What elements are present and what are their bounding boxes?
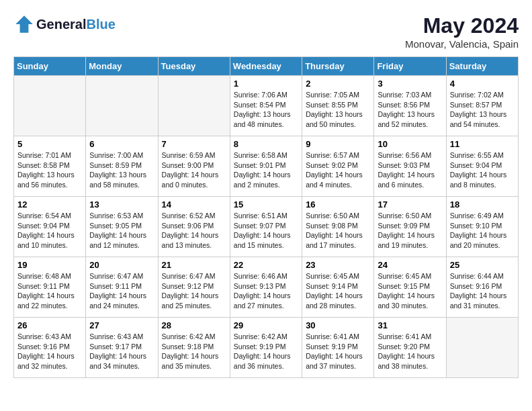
weekday-header-cell: Sunday (14, 57, 86, 76)
calendar-day-cell: 28Sunrise: 6:42 AMSunset: 9:18 PMDayligh… (158, 318, 230, 378)
day-info: Sunrise: 6:43 AMSunset: 9:16 PMDaylight:… (17, 332, 82, 371)
day-info: Sunrise: 6:42 AMSunset: 9:18 PMDaylight:… (162, 332, 226, 371)
calendar-day-cell: 2Sunrise: 7:05 AMSunset: 8:55 PMDaylight… (302, 76, 374, 136)
day-info: Sunrise: 6:51 AMSunset: 9:07 PMDaylight:… (234, 211, 298, 250)
calendar-day-cell: 19Sunrise: 6:48 AMSunset: 9:11 PMDayligh… (14, 257, 86, 318)
day-number: 12 (17, 199, 82, 210)
calendar-body: 1Sunrise: 7:06 AMSunset: 8:54 PMDaylight… (14, 76, 519, 378)
day-info: Sunrise: 6:46 AMSunset: 9:13 PMDaylight:… (234, 271, 298, 311)
day-number: 6 (89, 139, 154, 149)
calendar-day-cell: 15Sunrise: 6:51 AMSunset: 9:07 PMDayligh… (230, 197, 302, 257)
day-number: 10 (378, 139, 442, 149)
calendar-day-cell (446, 318, 518, 378)
logo-text: GeneralBlue (36, 17, 116, 32)
day-number: 2 (306, 79, 370, 89)
day-info: Sunrise: 6:55 AMSunset: 9:04 PMDaylight:… (450, 150, 515, 190)
calendar-day-cell: 13Sunrise: 6:53 AMSunset: 9:05 PMDayligh… (86, 197, 158, 257)
day-number: 19 (17, 260, 82, 270)
day-number: 16 (306, 199, 370, 210)
calendar-day-cell (158, 76, 230, 136)
day-number: 29 (234, 320, 298, 330)
calendar-day-cell: 10Sunrise: 6:56 AMSunset: 9:03 PMDayligh… (374, 136, 446, 197)
day-number: 28 (162, 320, 226, 330)
calendar-day-cell: 25Sunrise: 6:44 AMSunset: 9:16 PMDayligh… (446, 257, 518, 318)
calendar-day-cell: 5Sunrise: 7:01 AMSunset: 8:58 PMDaylight… (14, 136, 86, 197)
calendar-day-cell: 14Sunrise: 6:52 AMSunset: 9:06 PMDayligh… (158, 197, 230, 257)
day-info: Sunrise: 6:47 AMSunset: 9:12 PMDaylight:… (162, 271, 226, 311)
day-info: Sunrise: 6:47 AMSunset: 9:11 PMDaylight:… (89, 271, 154, 311)
day-number: 7 (162, 139, 226, 149)
weekday-header-row: SundayMondayTuesdayWednesdayThursdayFrid… (14, 57, 519, 76)
calendar-week-row: 1Sunrise: 7:06 AMSunset: 8:54 PMDaylight… (14, 76, 519, 136)
calendar-day-cell: 8Sunrise: 6:58 AMSunset: 9:01 PMDaylight… (230, 136, 302, 197)
svg-marker-0 (15, 15, 33, 33)
weekday-header-cell: Tuesday (158, 57, 230, 76)
title-block: May 2024 Monovar, Valencia, Spain (405, 13, 519, 50)
calendar-day-cell: 22Sunrise: 6:46 AMSunset: 9:13 PMDayligh… (230, 257, 302, 318)
day-info: Sunrise: 7:06 AMSunset: 8:54 PMDaylight:… (234, 90, 298, 130)
day-number: 1 (234, 79, 298, 89)
day-info: Sunrise: 6:45 AMSunset: 9:14 PMDaylight:… (306, 271, 370, 311)
calendar-day-cell: 24Sunrise: 6:45 AMSunset: 9:15 PMDayligh… (374, 257, 446, 318)
weekday-header-cell: Thursday (302, 57, 374, 76)
calendar-table: SundayMondayTuesdayWednesdayThursdayFrid… (13, 56, 519, 378)
calendar-week-row: 5Sunrise: 7:01 AMSunset: 8:58 PMDaylight… (14, 136, 519, 197)
day-info: Sunrise: 6:50 AMSunset: 9:08 PMDaylight:… (306, 211, 370, 250)
day-number: 31 (378, 320, 442, 330)
day-info: Sunrise: 6:52 AMSunset: 9:06 PMDaylight:… (162, 211, 226, 250)
weekday-header-cell: Monday (86, 57, 158, 76)
day-number: 27 (89, 320, 154, 330)
calendar-day-cell: 7Sunrise: 6:59 AMSunset: 9:00 PMDaylight… (158, 136, 230, 197)
calendar-day-cell: 6Sunrise: 7:00 AMSunset: 8:59 PMDaylight… (86, 136, 158, 197)
day-number: 15 (234, 199, 298, 210)
calendar-day-cell: 21Sunrise: 6:47 AMSunset: 9:12 PMDayligh… (158, 257, 230, 318)
calendar-day-cell: 9Sunrise: 6:57 AMSunset: 9:02 PMDaylight… (302, 136, 374, 197)
page-header: GeneralBlue May 2024 Monovar, Valencia, … (13, 13, 519, 50)
calendar-day-cell: 1Sunrise: 7:06 AMSunset: 8:54 PMDaylight… (230, 76, 302, 136)
day-number: 14 (162, 199, 226, 210)
day-number: 3 (378, 79, 442, 89)
weekday-header-cell: Friday (374, 57, 446, 76)
day-info: Sunrise: 6:49 AMSunset: 9:10 PMDaylight:… (450, 211, 515, 250)
logo-icon (13, 13, 35, 35)
day-info: Sunrise: 6:48 AMSunset: 9:11 PMDaylight:… (17, 271, 82, 311)
day-number: 8 (234, 139, 298, 149)
day-info: Sunrise: 7:03 AMSunset: 8:56 PMDaylight:… (378, 90, 442, 130)
day-number: 18 (450, 199, 515, 210)
weekday-header-cell: Saturday (446, 57, 518, 76)
day-info: Sunrise: 7:01 AMSunset: 8:58 PMDaylight:… (17, 150, 82, 190)
day-info: Sunrise: 6:42 AMSunset: 9:19 PMDaylight:… (234, 332, 298, 371)
calendar-day-cell: 11Sunrise: 6:55 AMSunset: 9:04 PMDayligh… (446, 136, 518, 197)
calendar-day-cell (86, 76, 158, 136)
day-number: 26 (17, 320, 82, 330)
calendar-day-cell: 3Sunrise: 7:03 AMSunset: 8:56 PMDaylight… (374, 76, 446, 136)
day-number: 4 (450, 79, 515, 89)
day-info: Sunrise: 6:41 AMSunset: 9:19 PMDaylight:… (306, 332, 370, 371)
day-info: Sunrise: 7:05 AMSunset: 8:55 PMDaylight:… (306, 90, 370, 130)
day-info: Sunrise: 6:59 AMSunset: 9:00 PMDaylight:… (162, 150, 226, 190)
location: Monovar, Valencia, Spain (405, 38, 519, 50)
calendar-day-cell: 20Sunrise: 6:47 AMSunset: 9:11 PMDayligh… (86, 257, 158, 318)
calendar-day-cell: 16Sunrise: 6:50 AMSunset: 9:08 PMDayligh… (302, 197, 374, 257)
day-number: 9 (306, 139, 370, 149)
day-number: 21 (162, 260, 226, 270)
day-number: 30 (306, 320, 370, 330)
day-number: 5 (17, 139, 82, 149)
calendar-day-cell: 31Sunrise: 6:41 AMSunset: 9:20 PMDayligh… (374, 318, 446, 378)
calendar-week-row: 19Sunrise: 6:48 AMSunset: 9:11 PMDayligh… (14, 257, 519, 318)
day-info: Sunrise: 7:00 AMSunset: 8:59 PMDaylight:… (89, 150, 154, 190)
calendar-day-cell: 26Sunrise: 6:43 AMSunset: 9:16 PMDayligh… (14, 318, 86, 378)
month-year: May 2024 (405, 13, 519, 38)
calendar-day-cell: 27Sunrise: 6:43 AMSunset: 9:17 PMDayligh… (86, 318, 158, 378)
calendar-day-cell: 30Sunrise: 6:41 AMSunset: 9:19 PMDayligh… (302, 318, 374, 378)
day-info: Sunrise: 6:45 AMSunset: 9:15 PMDaylight:… (378, 271, 442, 311)
calendar-day-cell: 29Sunrise: 6:42 AMSunset: 9:19 PMDayligh… (230, 318, 302, 378)
logo: GeneralBlue (13, 13, 116, 35)
day-info: Sunrise: 6:41 AMSunset: 9:20 PMDaylight:… (378, 332, 442, 371)
day-number: 22 (234, 260, 298, 270)
day-info: Sunrise: 7:02 AMSunset: 8:57 PMDaylight:… (450, 90, 515, 130)
day-number: 11 (450, 139, 515, 149)
calendar-week-row: 12Sunrise: 6:54 AMSunset: 9:04 PMDayligh… (14, 197, 519, 257)
day-info: Sunrise: 6:57 AMSunset: 9:02 PMDaylight:… (306, 150, 370, 190)
day-info: Sunrise: 6:50 AMSunset: 9:09 PMDaylight:… (378, 211, 442, 250)
